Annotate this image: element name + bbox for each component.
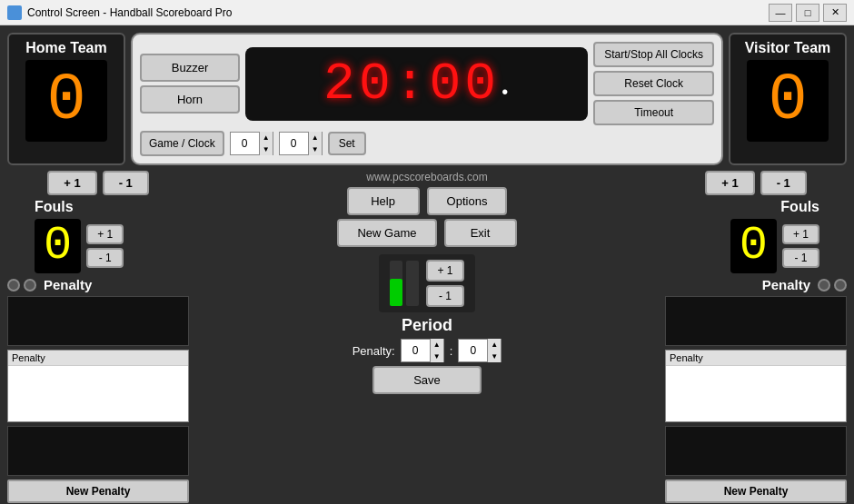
- app-icon: [7, 5, 22, 20]
- penalty-spinner-2[interactable]: 0 ▲ ▼: [458, 339, 501, 362]
- visitor-penalty-row: Penalty: [665, 277, 847, 292]
- home-team-panel: Home Team 0: [7, 33, 125, 165]
- penalty-val-2: 0: [459, 344, 487, 357]
- visitor-radio-2[interactable]: [834, 279, 847, 292]
- top-section: Home Team 0 Buzzer Horn 20:00 • S: [7, 33, 847, 165]
- home-score-digit: 0: [46, 68, 85, 133]
- reset-clock-button[interactable]: Reset Clock: [593, 71, 714, 96]
- save-button[interactable]: Save: [372, 366, 482, 394]
- clock-dot: •: [501, 82, 508, 103]
- home-new-penalty-button[interactable]: New Penalty: [7, 479, 189, 503]
- home-fouls-controls: 0 + 1 - 1: [7, 219, 189, 273]
- visitor-fouls-label: Fouls: [780, 199, 819, 215]
- visitor-foul-controls: + 1 - 1: [782, 224, 819, 268]
- period-buttons: + 1 - 1: [426, 260, 463, 307]
- clock-right-buttons: Start/Stop All Clocks Reset Clock Timeou…: [593, 42, 714, 125]
- visitor-penalty-list[interactable]: Penalty: [665, 350, 847, 422]
- home-radio-1[interactable]: [7, 279, 20, 292]
- exit-button[interactable]: Exit: [444, 219, 517, 247]
- home-team-label: Home Team: [25, 40, 107, 56]
- period-minus-button[interactable]: - 1: [426, 285, 463, 307]
- clock-display: 20:00 •: [245, 47, 588, 121]
- home-penalty-list[interactable]: Penalty: [7, 350, 189, 422]
- visitor-radio-pair: [818, 279, 847, 292]
- penalty-spin-down-2[interactable]: ▼: [488, 351, 501, 362]
- visitor-new-penalty-button[interactable]: New Penalty: [665, 479, 847, 503]
- visitor-score-controls: + 1 - 1: [665, 171, 847, 195]
- clock-panel: Buzzer Horn 20:00 • Start/Stop All Clock…: [131, 33, 723, 165]
- close-button[interactable]: ✕: [823, 4, 847, 22]
- period-bar-fill-1: [390, 279, 402, 306]
- horn-button[interactable]: Horn: [140, 85, 240, 114]
- penalty-spin-up-1[interactable]: ▲: [431, 339, 443, 351]
- home-radio-2[interactable]: [24, 279, 36, 292]
- options-button[interactable]: Options: [427, 187, 508, 215]
- website-label: www.pcscoreboards.com: [366, 171, 487, 183]
- visitor-penalty-label: Penalty: [762, 277, 810, 292]
- game-clock-spinner-2[interactable]: 0 ▲ ▼: [279, 132, 323, 155]
- visitor-team-panel: Visitor Team 0: [729, 33, 847, 165]
- main-content: Home Team 0 Buzzer Horn 20:00 • S: [0, 25, 854, 504]
- visitor-radio-1[interactable]: [818, 279, 830, 292]
- home-fouls-label: Fouls: [35, 199, 74, 215]
- home-side: + 1 - 1 Fouls 0 + 1 - 1 Penalty: [7, 171, 189, 504]
- spin-val-2: 0: [280, 137, 308, 150]
- home-foul-digit: 0: [35, 219, 81, 273]
- spin-down-1[interactable]: ▼: [260, 143, 273, 155]
- visitor-foul-digit: 0: [730, 219, 777, 273]
- spin-down-2[interactable]: ▼: [309, 143, 322, 155]
- bottom-section: + 1 - 1 Fouls 0 + 1 - 1 Penalty: [7, 171, 847, 504]
- buzzer-button[interactable]: Buzzer: [140, 54, 240, 82]
- period-label: Period: [402, 316, 452, 335]
- minimize-button[interactable]: —: [769, 4, 792, 22]
- period-section: + 1 - 1 Period: [379, 254, 474, 335]
- period-bar-1: [390, 261, 402, 306]
- maximize-button[interactable]: □: [796, 4, 819, 22]
- start-stop-button[interactable]: Start/Stop All Clocks: [593, 42, 714, 67]
- visitor-foul-minus[interactable]: - 1: [782, 248, 819, 268]
- visitor-penalty-display-1: [665, 296, 847, 346]
- penalty-spin-down-1[interactable]: ▼: [431, 351, 443, 362]
- timeout-button[interactable]: Timeout: [593, 100, 714, 125]
- penalty-input-row: Penalty: 0 ▲ ▼ : 0 ▲ ▼: [194, 339, 660, 362]
- home-penalty-display-1: [7, 296, 189, 346]
- period-plus-button[interactable]: + 1: [426, 260, 463, 282]
- penalty-spinner-1[interactable]: 0 ▲ ▼: [401, 339, 444, 362]
- game-clock-spinner-1[interactable]: 0 ▲ ▼: [230, 132, 273, 155]
- home-radio-pair: [7, 279, 36, 292]
- visitor-plus-button[interactable]: + 1: [705, 171, 754, 195]
- visitor-penalty-display-2: [665, 426, 847, 476]
- spin-up-2[interactable]: ▲: [309, 132, 322, 143]
- help-button[interactable]: Help: [347, 187, 420, 215]
- center-section: www.pcscoreboards.com Help Options New G…: [194, 171, 660, 504]
- game-clock-label: Game / Clock: [140, 131, 224, 156]
- visitor-score-digit: 0: [768, 68, 807, 133]
- visitor-penalty-list-header: Penalty: [666, 351, 846, 366]
- window-controls: — □ ✕: [769, 4, 847, 22]
- spin-up-1[interactable]: ▲: [260, 132, 273, 143]
- visitor-minus-button[interactable]: - 1: [760, 171, 807, 195]
- home-penalty-list-header: Penalty: [8, 351, 188, 366]
- period-bar-2: [406, 261, 419, 306]
- penalty-val-1: 0: [402, 344, 430, 357]
- set-button[interactable]: Set: [328, 132, 366, 155]
- game-clock-row: Game / Clock 0 ▲ ▼ 0 ▲ ▼ Set: [140, 131, 714, 156]
- clock-top-row: Buzzer Horn 20:00 • Start/Stop All Clock…: [140, 42, 714, 125]
- visitor-side: + 1 - 1 Fouls 0 + 1 - 1 Penalty: [665, 171, 847, 504]
- home-minus-button[interactable]: - 1: [103, 171, 149, 195]
- spin-val-1: 0: [231, 137, 259, 150]
- visitor-foul-plus[interactable]: + 1: [782, 224, 819, 244]
- home-foul-minus[interactable]: - 1: [86, 248, 124, 268]
- title-bar: Control Screen - Handball Scoreboard Pro…: [0, 0, 854, 25]
- visitor-team-label: Visitor Team: [745, 40, 831, 56]
- home-fouls-section: Fouls: [7, 199, 189, 215]
- home-score-controls: + 1 - 1: [7, 171, 189, 195]
- home-foul-plus[interactable]: + 1: [86, 224, 124, 244]
- title-bar-text: Control Screen - Handball Scoreboard Pro: [27, 6, 769, 19]
- home-score-display: 0: [25, 60, 107, 142]
- new-game-button[interactable]: New Game: [337, 219, 436, 247]
- home-penalty-label: Penalty: [44, 277, 92, 292]
- home-penalty-row: Penalty: [7, 277, 189, 292]
- penalty-spin-up-2[interactable]: ▲: [488, 339, 501, 351]
- home-plus-button[interactable]: + 1: [47, 171, 96, 195]
